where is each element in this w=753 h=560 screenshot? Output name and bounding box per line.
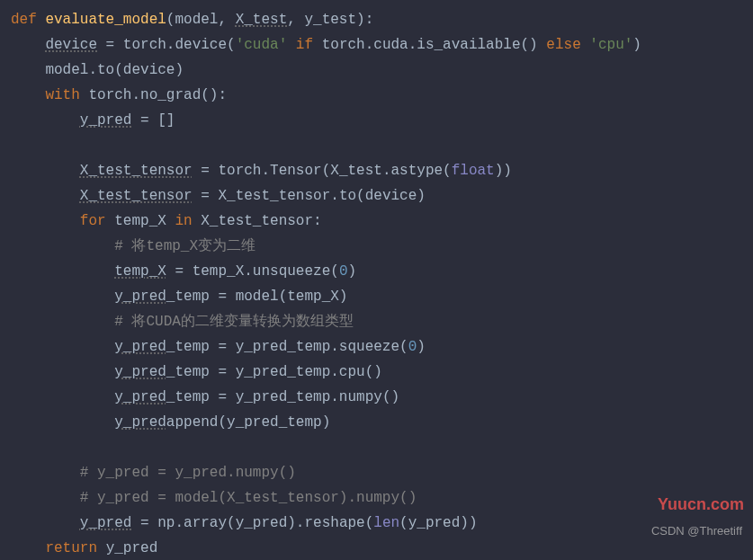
site-watermark: Yuucn.com bbox=[658, 492, 744, 517]
code-line: for temp_X in X_test_tensor: bbox=[2, 209, 753, 234]
code-line: temp_X = temp_X.unsqueeze(0) bbox=[2, 259, 753, 284]
code-line bbox=[2, 435, 753, 460]
code-line: y_predappend(y_pred_temp) bbox=[2, 410, 753, 435]
code-line: y_pred = np.array(y_pred).reshape(len(y_… bbox=[2, 511, 753, 536]
code-line: X_test_tensor = torch.Tensor(X_test.asty… bbox=[2, 158, 753, 183]
code-line: # y_pred = y_pred.numpy() bbox=[2, 460, 753, 485]
code-editor[interactable]: def evaluate_model(model, X_test, y_test… bbox=[2, 7, 753, 560]
code-line: y_pred_temp = model(temp_X) bbox=[2, 284, 753, 309]
code-line: # 将CUDA的二维变量转换为数组类型 bbox=[2, 309, 753, 334]
code-line: y_pred_temp = y_pred_temp.squeeze(0) bbox=[2, 334, 753, 360]
code-line: with torch.no_grad(): bbox=[2, 83, 753, 108]
code-line: # y_pred = model(X_test_tensor).numpy() bbox=[2, 485, 753, 511]
code-line: model.to(device) bbox=[2, 58, 753, 83]
code-line: X_test_tensor = X_test_tensor.to(device) bbox=[2, 183, 753, 209]
code-line bbox=[2, 133, 753, 158]
code-line: y_pred = [] bbox=[2, 108, 753, 133]
csdn-watermark: CSDN @Threetiff bbox=[651, 519, 742, 544]
code-line: y_pred_temp = y_pred_temp.numpy() bbox=[2, 385, 753, 410]
code-line: return y_pred bbox=[2, 536, 753, 560]
code-line: y_pred_temp = y_pred_temp.cpu() bbox=[2, 360, 753, 385]
code-line: device = torch.device('cuda' if torch.cu… bbox=[2, 32, 753, 58]
code-line: # 将temp_X变为二维 bbox=[2, 234, 753, 259]
code-line: def evaluate_model(model, X_test, y_test… bbox=[2, 7, 753, 32]
